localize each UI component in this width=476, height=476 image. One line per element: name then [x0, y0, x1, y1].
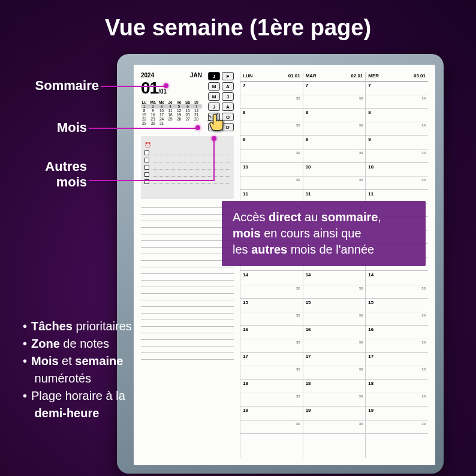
month-button[interactable]: J	[208, 72, 220, 80]
bullet-item: Tâches prioritaires	[31, 318, 132, 335]
alarm-icon: ⏰	[144, 142, 151, 148]
current-date-block[interactable]: 2024 JAN 01/01 LuMaMeJeVeSaDi 1234567891…	[141, 72, 202, 131]
hour-block[interactable]: 1530	[303, 299, 366, 326]
mini-cal-day-head: Sa	[185, 100, 191, 104]
hour-block[interactable]: 830	[366, 109, 428, 135]
svg-line-0	[209, 115, 211, 118]
annotation-sommaire: Sommaire	[6, 78, 99, 94]
hour-block[interactable]: 1930	[240, 406, 303, 433]
hour-block[interactable]: 1930	[366, 406, 428, 433]
hour-block[interactable]: 1530	[240, 299, 303, 326]
hour-block[interactable]: 1630	[366, 326, 428, 353]
hour-block[interactable]: 930	[240, 135, 303, 162]
month-button[interactable]: F	[222, 72, 234, 80]
hour-block[interactable]: 1530	[366, 299, 428, 326]
hour-block[interactable]: 1930	[303, 406, 366, 433]
hour-block[interactable]: 830	[240, 109, 303, 135]
pointing-hand-icon	[206, 112, 227, 134]
annotation-autres-mois: Autresmois	[6, 159, 87, 190]
hour-block[interactable]: 730	[240, 82, 303, 109]
notes-area[interactable]	[141, 205, 234, 458]
year-label: 2024	[141, 72, 154, 79]
hour-block[interactable]: 730	[303, 82, 366, 109]
mini-calendar[interactable]: LuMaMeJeVeSaDi 1234567891011121314151617…	[141, 100, 202, 125]
hour-block[interactable]: 830	[303, 109, 366, 135]
svg-line-1	[216, 113, 218, 116]
priority-tasks-area[interactable]: ⏰	[141, 136, 234, 199]
hour-block[interactable]: 930	[303, 135, 366, 162]
hour-block[interactable]: 1030	[240, 163, 303, 190]
annotation-mois: Mois	[6, 120, 87, 135]
hour-block[interactable]: 1430	[303, 271, 366, 298]
hour-block[interactable]: 1030	[366, 163, 428, 190]
mini-cal-day-head: Ma	[150, 100, 156, 104]
day-header[interactable]: LUN01.01	[240, 72, 303, 82]
month-button[interactable]: J	[222, 92, 234, 101]
hour-block[interactable]: 1430	[366, 271, 428, 298]
day-header[interactable]: MER03.01	[366, 72, 428, 82]
bullet-item: Zone de notes	[31, 335, 132, 353]
hour-block[interactable]: 1030	[303, 163, 366, 190]
checkbox[interactable]	[144, 172, 149, 177]
day-number: 01	[141, 79, 158, 97]
hour-block[interactable]: 1430	[240, 271, 303, 298]
month-button[interactable]: A	[222, 82, 234, 91]
month-button[interactable]: A	[222, 103, 234, 111]
callout-description: Accès direct au sommaire, mois en cours …	[222, 201, 426, 266]
mini-cal-day-head: Di	[193, 100, 200, 104]
mini-cal-day-head: Lu	[141, 100, 147, 104]
feature-bullets: Tâches prioritaires Zone de notes Mois e…	[23, 318, 132, 422]
mini-cal-row[interactable]: 15161718192021	[141, 113, 202, 117]
hour-block[interactable]: 730	[366, 82, 428, 109]
hour-block[interactable]: 1830	[240, 379, 303, 406]
mini-cal-day-head: Ve	[176, 100, 182, 104]
hour-block[interactable]: 1830	[366, 379, 428, 406]
month-label: JAN	[190, 72, 202, 79]
checkbox[interactable]	[144, 150, 149, 155]
hour-block[interactable]: 1630	[240, 326, 303, 353]
page-title: Vue semaine (1ère page)	[0, 0, 476, 41]
bullet-item: Plage horaire à la demi-heure	[31, 387, 132, 422]
month-button[interactable]: M	[208, 92, 220, 101]
svg-line-2	[208, 120, 211, 121]
checkbox[interactable]	[144, 165, 149, 170]
month-button[interactable]: M	[208, 82, 220, 91]
hour-block[interactable]: 1730	[303, 353, 366, 379]
mini-cal-row[interactable]: 891011121314	[141, 109, 202, 113]
mini-cal-row[interactable]: 1234567	[141, 104, 202, 109]
bullet-item: Mois et semaine numérotés	[31, 353, 132, 387]
day-sub: /01	[158, 88, 167, 95]
checkbox[interactable]	[144, 158, 149, 162]
hour-block[interactable]: 1830	[303, 379, 366, 406]
month-button[interactable]: J	[208, 103, 220, 111]
hour-block[interactable]: 1630	[303, 326, 366, 353]
hour-block[interactable]: 1730	[366, 353, 428, 379]
hour-block[interactable]: 930	[366, 135, 428, 162]
mini-cal-day-head: Je	[167, 100, 174, 104]
mini-cal-day-head: Me	[158, 100, 165, 104]
mini-cal-row[interactable]: 293031	[141, 121, 202, 125]
day-header[interactable]: MAR02.01	[303, 72, 366, 82]
mini-cal-row[interactable]: 22232425262728	[141, 117, 202, 121]
hour-block[interactable]: 1730	[240, 353, 303, 379]
